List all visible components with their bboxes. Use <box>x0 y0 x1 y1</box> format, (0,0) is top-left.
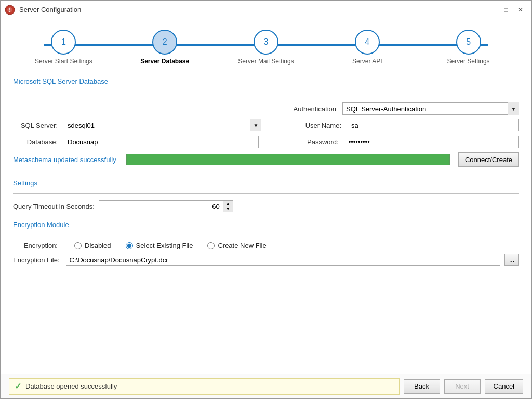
step-circle-4: 4 <box>355 30 380 55</box>
radio-create-label: Create New File <box>218 242 266 249</box>
wizard-step-4: 4 Server API <box>316 30 418 65</box>
browse-button[interactable]: ... <box>504 254 519 266</box>
auth-select-wrapper: SQL Server-Authentication Windows Authen… <box>342 102 519 115</box>
window-title: Server Configuration <box>19 6 485 14</box>
wizard-step-1: 1 Server Start Settings <box>13 30 114 65</box>
minimize-button[interactable]: — <box>485 4 498 16</box>
settings-header: Settings <box>13 179 519 187</box>
database-divider <box>13 96 519 96</box>
settings-section: Settings Query Timeout in Seconds: ▲ ▼ <box>13 177 519 212</box>
step-label-1: Server Start Settings <box>35 58 92 65</box>
success-message: Metaschema updated successfully <box>13 156 122 164</box>
window-controls: — □ ✕ <box>485 4 527 16</box>
spinner-down-button[interactable]: ▼ <box>223 206 233 212</box>
step-circle-1: 1 <box>51 30 76 55</box>
status-message: Database opened successfully <box>25 382 117 390</box>
status-check-icon: ✓ <box>15 381 21 391</box>
encryption-divider <box>13 235 519 235</box>
radio-create-input[interactable] <box>207 242 215 249</box>
database-form: Authentication SQL Server-Authentication… <box>13 102 519 173</box>
sql-server-select-wrapper: sdesql01 ▼ <box>64 119 261 131</box>
radio-create-option[interactable]: Create New File <box>207 242 266 249</box>
auth-select[interactable]: SQL Server-Authentication Windows Authen… <box>342 102 519 115</box>
db-password-row: Database: Password: <box>13 136 519 148</box>
encryption-section: Encryption Module Encryption: Disabled S… <box>13 219 519 266</box>
password-input[interactable] <box>345 136 519 148</box>
encryption-radio-row: Encryption: Disabled Select Existing Fil… <box>13 242 519 249</box>
username-input[interactable] <box>348 119 519 131</box>
timeout-spinner: ▲ ▼ <box>99 200 233 212</box>
progress-row: Metaschema updated successfully Connect/… <box>13 152 519 167</box>
next-button[interactable]: Next <box>444 379 481 394</box>
timeout-input[interactable] <box>99 200 223 212</box>
sql-server-select[interactable]: sdesql01 <box>64 119 261 131</box>
step-circle-3: 3 <box>254 30 278 55</box>
auth-row: Authentication SQL Server-Authentication… <box>13 102 519 115</box>
radio-disabled-input[interactable] <box>74 242 82 249</box>
timeout-label: Query Timeout in Seconds: <box>13 203 95 210</box>
password-label: Password: <box>284 138 341 146</box>
radio-disabled-option[interactable]: Disabled <box>74 242 111 249</box>
auth-label: Authentication <box>276 105 338 113</box>
maximize-button[interactable]: □ <box>499 4 513 16</box>
radio-select-option[interactable]: Select Existing File <box>126 242 193 249</box>
step-label-3: Server Mail Settings <box>238 58 294 65</box>
titlebar: ! Server Configuration — □ ✕ <box>1 1 531 19</box>
step-label-4: Server API <box>352 58 382 65</box>
encryption-header: Encryption Module <box>13 221 519 229</box>
username-label: User Name: <box>286 122 343 129</box>
wizard-step-5: 5 Server Settings <box>418 30 519 65</box>
step-circle-5: 5 <box>456 30 481 55</box>
radio-select-input[interactable] <box>126 242 133 249</box>
main-window: ! Server Configuration — □ ✕ 1 Server St… <box>0 0 532 399</box>
wizard-steps: 1 Server Start Settings 2 Server Databas… <box>13 30 519 65</box>
back-button[interactable]: Back <box>404 379 440 394</box>
database-section-header: Microsoft SQL Server Database <box>13 77 519 85</box>
progress-bar <box>126 154 450 165</box>
enc-file-label: Encryption File: <box>13 256 62 264</box>
radio-disabled-label: Disabled <box>85 242 111 249</box>
database-input[interactable] <box>64 136 259 148</box>
encryption-label: Encryption: <box>13 242 60 249</box>
enc-file-row: Encryption File: ... <box>13 254 519 266</box>
timeout-row: Query Timeout in Seconds: ▲ ▼ <box>13 200 519 212</box>
step-circle-2: 2 <box>152 30 177 55</box>
close-button[interactable]: ✕ <box>514 4 527 16</box>
svg-text:!: ! <box>9 7 10 13</box>
step-label-5: Server Settings <box>447 58 490 65</box>
enc-file-input[interactable] <box>66 254 500 266</box>
status-bar: ✓ Database opened successfully <box>9 378 400 395</box>
sql-username-row: SQL Server: sdesql01 ▼ User Name: <box>13 119 519 131</box>
settings-divider <box>13 193 519 194</box>
spinner-up-button[interactable]: ▲ <box>223 201 233 206</box>
connect-create-button[interactable]: Connect/Create <box>458 152 519 167</box>
wizard-step-3: 3 Server Mail Settings <box>216 30 317 65</box>
app-icon: ! <box>5 5 15 15</box>
cancel-button[interactable]: Cancel <box>485 379 523 394</box>
radio-select-label: Select Existing File <box>136 242 193 249</box>
sql-server-label: SQL Server: <box>13 122 60 129</box>
wizard-step-2: 2 Server Database <box>114 30 216 65</box>
footer: ✓ Database opened successfully Back Next… <box>1 374 531 398</box>
main-content: 1 Server Start Settings 2 Server Databas… <box>1 19 531 374</box>
spinner-buttons: ▲ ▼ <box>223 200 233 212</box>
database-label: Database: <box>13 138 60 146</box>
step-label-2: Server Database <box>140 58 189 65</box>
